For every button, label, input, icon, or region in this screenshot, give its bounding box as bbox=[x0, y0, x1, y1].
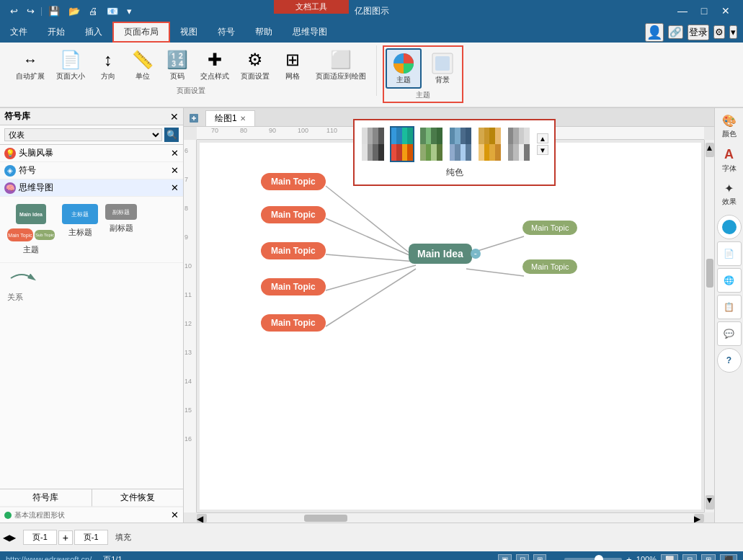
hscrollbar[interactable]: ◀ ▶ bbox=[197, 512, 704, 523]
zoom-in-btn[interactable]: + bbox=[626, 554, 632, 561]
print-btn[interactable]: 🖨 bbox=[86, 4, 101, 18]
maximize-btn[interactable]: □ bbox=[694, 4, 714, 18]
minimize-btn[interactable]: — bbox=[672, 4, 693, 18]
main-topic-node-3[interactable]: Main Topic bbox=[261, 242, 326, 259]
direction-btn[interactable]: ↕ 方向 bbox=[92, 45, 124, 84]
vscroll-up-btn[interactable]: ▲ bbox=[706, 143, 714, 157]
main-idea-node[interactable]: Main Idea - bbox=[409, 244, 472, 264]
main-topic-node-2[interactable]: Main Topic bbox=[261, 206, 326, 223]
main-topic-node-1[interactable]: Main Topic bbox=[261, 173, 326, 190]
fr-color-btn[interactable]: 🎨 颜色 bbox=[717, 111, 742, 142]
website-link[interactable]: http://www.edrawsoft.cn/ bbox=[6, 555, 92, 560]
login-btn[interactable]: 登录 bbox=[688, 25, 709, 40]
open-btn[interactable]: 📂 bbox=[66, 4, 83, 18]
view-mode-btn-1[interactable]: ▣ bbox=[498, 554, 512, 561]
vscroll-thumb[interactable] bbox=[706, 259, 713, 288]
relation-arrow[interactable] bbox=[7, 267, 36, 289]
more-btn[interactable]: ▾ bbox=[124, 4, 135, 18]
zoom-out-btn[interactable]: — bbox=[551, 554, 560, 561]
user-icon[interactable]: 👤 bbox=[645, 23, 664, 42]
page-next-btn[interactable]: ▶ bbox=[9, 533, 16, 543]
sidebar-close-btn[interactable]: ✕ bbox=[170, 111, 179, 123]
add-page-btn[interactable]: + bbox=[58, 530, 73, 545]
theme-swatch-plain[interactable] bbox=[360, 126, 386, 162]
view-extra-btn-2[interactable]: ⊟ bbox=[682, 554, 697, 561]
view-extra-btn-3[interactable]: ⊞ bbox=[701, 554, 716, 561]
theme-swatch-neutral[interactable] bbox=[507, 126, 532, 162]
unit-btn[interactable]: 📏 单位 bbox=[127, 45, 159, 84]
theme-swatch-warm[interactable] bbox=[477, 126, 502, 162]
theme-swatch-bluegray[interactable] bbox=[448, 126, 473, 162]
undo-btn[interactable]: ↩ bbox=[7, 4, 21, 18]
fit-to-drawing-btn[interactable]: ⬜ 页面适应到绘图 bbox=[311, 45, 370, 84]
theme-scroll-up[interactable]: ▲ bbox=[537, 133, 548, 143]
sidebar-category-select[interactable]: 仪表 bbox=[4, 128, 162, 141]
tab-help[interactable]: 帮助 bbox=[245, 22, 282, 43]
theme-sample-default[interactable]: Main Idea Main Topic Sub Topic 主题 bbox=[7, 204, 55, 255]
sidebar-tab-library[interactable]: 符号库 bbox=[0, 489, 92, 507]
brainstorm-close[interactable]: ✕ bbox=[171, 148, 179, 159]
sidebar-bottom-close[interactable]: ✕ bbox=[171, 510, 179, 520]
fr-chat-btn[interactable]: 💬 bbox=[717, 321, 742, 346]
cross-style-btn[interactable]: ✚ 交点样式 bbox=[196, 45, 233, 84]
theme-swatch-blue[interactable] bbox=[390, 126, 415, 162]
fr-globe-btn[interactable]: 🌐 bbox=[717, 268, 742, 293]
tab-mindmap[interactable]: 思维导图 bbox=[282, 22, 337, 43]
canvas-tab-drawing1[interactable]: 绘图1 ✕ bbox=[205, 110, 255, 126]
export-btn[interactable]: 📧 bbox=[104, 4, 121, 18]
hscroll-left-btn[interactable]: ◀ bbox=[197, 514, 207, 523]
vscrollbar[interactable]: ▲ ▼ bbox=[704, 140, 714, 512]
tab-insert[interactable]: 插入 bbox=[75, 22, 112, 43]
tab-page-layout[interactable]: 页面布局 bbox=[112, 22, 170, 43]
save-btn[interactable]: 💾 bbox=[45, 4, 63, 18]
sub-topic-node-1[interactable]: Main Topic bbox=[522, 221, 577, 235]
view-extra-btn-4[interactable]: ⬛ bbox=[720, 554, 737, 561]
auto-expand-btn[interactable]: ↔ 自动扩展 bbox=[12, 45, 49, 84]
vscroll-down-btn[interactable]: ▼ bbox=[706, 495, 714, 510]
theme-scroll-down[interactable]: ▼ bbox=[537, 145, 548, 155]
theme-swatch-green[interactable] bbox=[419, 126, 444, 162]
symbol-close[interactable]: ✕ bbox=[171, 165, 179, 176]
collapse-btn[interactable]: - bbox=[471, 249, 481, 259]
sidebar-tab-recover[interactable]: 文件恢复 bbox=[92, 489, 184, 507]
grid-btn[interactable]: ⊞ 网格 bbox=[277, 45, 308, 84]
fr-doc2-btn[interactable]: 📋 bbox=[717, 295, 742, 319]
background-btn[interactable]: 背景 bbox=[424, 49, 461, 88]
theme-btn[interactable]: 主题 bbox=[386, 48, 422, 89]
share-btn[interactable]: 🔗 bbox=[668, 25, 683, 39]
drawing-tab-close[interactable]: ✕ bbox=[240, 115, 246, 123]
tab-file[interactable]: 文件 bbox=[0, 22, 37, 43]
view-extra-btn-1[interactable]: ⬜ bbox=[661, 554, 678, 561]
main-topic-node-5[interactable]: Main Topic bbox=[261, 314, 326, 332]
page-tab-2[interactable]: 页-1 bbox=[74, 530, 108, 545]
sub-topic-node-2[interactable]: Main Topic bbox=[522, 259, 577, 274]
close-btn[interactable]: ✕ bbox=[716, 4, 736, 18]
expand-btn[interactable]: ▾ bbox=[729, 25, 737, 39]
tab-symbol[interactable]: 符号 bbox=[208, 22, 245, 43]
page-num-btn[interactable]: 🔢 页码 bbox=[161, 45, 193, 84]
sidebar-section-mindmap[interactable]: 🧠 思维导图 ✕ bbox=[0, 179, 183, 197]
sidebar-section-brainstorm[interactable]: 💡 头脑风暴 ✕ bbox=[0, 145, 183, 162]
canvas-container[interactable]: Main Idea - Main Topic Main Topic Main T… bbox=[200, 143, 701, 510]
tab-view[interactable]: 视图 bbox=[170, 22, 208, 43]
hscroll-thumb[interactable] bbox=[304, 515, 347, 522]
main-topic-node-4[interactable]: Main Topic bbox=[261, 278, 326, 295]
view-mode-btn-2[interactable]: ⊡ bbox=[516, 554, 529, 561]
theme-sample-sub[interactable]: 副标题 副标题 bbox=[105, 204, 137, 234]
fr-circle-btn-1[interactable] bbox=[717, 215, 742, 239]
fr-help-btn[interactable]: ? bbox=[717, 348, 742, 373]
hscroll-right-btn[interactable]: ▶ bbox=[694, 514, 704, 523]
sidebar-section-symbol[interactable]: ◈ 符号 ✕ bbox=[0, 162, 183, 179]
page-size-btn[interactable]: 📄 页面大小 bbox=[52, 45, 89, 84]
tab-start[interactable]: 开始 bbox=[37, 22, 75, 43]
redo-btn[interactable]: ↪ bbox=[24, 4, 37, 18]
mindmap-close[interactable]: ✕ bbox=[171, 182, 179, 193]
settings-btn[interactable]: ⚙ bbox=[713, 25, 725, 39]
sidebar-search-btn[interactable]: 🔍 bbox=[164, 128, 179, 142]
view-mode-btn-3[interactable]: ⊞ bbox=[533, 554, 546, 561]
fr-file-btn[interactable]: 📄 bbox=[717, 241, 742, 266]
fr-font-btn[interactable]: A 字体 bbox=[717, 144, 742, 177]
page-tab-1[interactable]: 页-1 bbox=[23, 530, 57, 545]
page-settings-btn[interactable]: ⚙ 页面设置 bbox=[236, 45, 274, 84]
page-prev-btn[interactable]: ◀ bbox=[3, 533, 9, 543]
